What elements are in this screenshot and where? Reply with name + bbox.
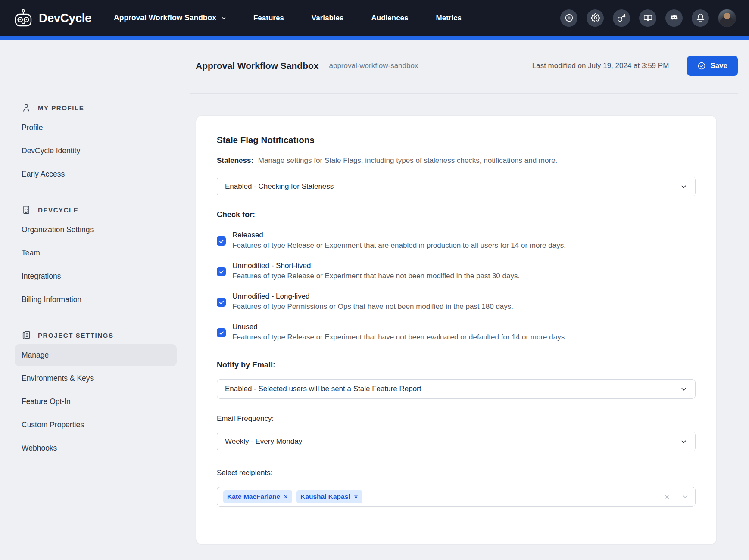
clear-recipients-button[interactable] [663,493,671,501]
sidebar-item-team[interactable]: Team [15,242,177,264]
notifications-icon [696,13,705,22]
sidebar-section-header: PROJECT SETTINGS [22,329,177,344]
check-text-block: UnusedFeatures of type Release or Experi… [232,323,567,342]
nav-link-audiences[interactable]: Audiences [371,14,409,22]
sidebar-item-profile[interactable]: Profile [15,117,177,139]
check-text-block: Unmodified - Short-livedFeatures of type… [232,261,520,280]
docs-button[interactable] [639,9,656,27]
check-description: Features of type Release or Experiment t… [232,241,566,250]
sidebar-section-label: PROJECT SETTINGS [38,332,114,339]
discord-button[interactable] [665,9,683,27]
devcycle-logo[interactable]: DevCycle [13,9,91,27]
check-icon [218,269,225,275]
chevron-down-icon [680,438,687,445]
check-text-block: ReleasedFeatures of type Release or Expe… [232,231,566,250]
topnav-icon-buttons [560,9,736,27]
sidebar-item-devcycle-identity[interactable]: DevCycle Identity [15,140,177,162]
staleness-select[interactable]: Enabled - Checking for Staleness [217,177,696,196]
brand-name: DevCycle [39,11,91,25]
staleness-select-value: Enabled - Checking for Staleness [225,182,680,191]
clipboard-icon [22,330,31,340]
check-label: Released [232,231,566,240]
checkbox-unmodified-long-lived[interactable] [217,298,226,307]
recipient-tag-list: Kate MacFarlaneKaushal Kapasi [223,490,362,503]
notify-by-email-label: Notify by Email: [217,361,696,370]
checkbox-unmodified-short-lived[interactable] [217,267,226,276]
save-button-label: Save [710,62,727,70]
chevron-down-icon [221,15,227,21]
save-button[interactable]: Save [687,56,738,76]
recipient-name: Kate MacFarlane [227,493,280,501]
accent-bar [0,36,749,40]
sidebar-item-environments-keys[interactable]: Environments & Keys [15,367,177,389]
sidebar-section-label: DEVCYCLE [38,206,78,214]
page-header: Approval Workflow Sandbox approval-workf… [190,40,738,94]
page-title: Approval Workflow Sandbox [196,61,318,71]
select-recipients-label: Select recipients: [217,469,696,477]
check-text-block: Unmodified - Long-livedFeatures of type … [232,292,513,311]
sidebar-item-billing-information[interactable]: Billing Information [15,289,177,311]
stale-flag-notifications-card: Stale Flag Notifications Staleness: Mana… [196,115,717,544]
chevron-down-icon [680,183,687,190]
check-circle-icon [697,62,706,70]
user-avatar[interactable] [718,9,736,27]
project-selector-label: Approval Workflow Sandbox [114,13,216,22]
staleness-check-list: ReleasedFeatures of type Release or Expe… [217,231,696,342]
checkbox-released[interactable] [217,236,226,246]
nav-link-metrics[interactable]: Metrics [436,14,462,22]
recipients-dropdown-toggle[interactable] [681,493,689,501]
recipient-tag-kaushal-kapasi: Kaushal Kapasi [296,490,362,503]
check-icon [218,330,225,336]
sidebar-item-custom-properties[interactable]: Custom Properties [15,414,177,436]
check-row-unmodified-short-lived: Unmodified - Short-livedFeatures of type… [217,261,696,280]
staleness-desc-text: Manage settings for Stale Flags, includi… [258,156,558,165]
nav-link-features[interactable]: Features [253,14,284,22]
check-description: Features of type Release or Experiment t… [232,272,520,280]
recipient-name: Kaushal Kapasi [300,493,350,501]
discord-icon [670,13,679,22]
staleness-label: Staleness: [217,156,253,165]
sidebar-item-integrations[interactable]: Integrations [15,265,177,287]
check-row-released: ReleasedFeatures of type Release or Expe… [217,231,696,250]
remove-recipient-button[interactable] [353,494,359,499]
robot-logo-icon [13,9,34,27]
topnav-links: FeaturesVariablesAudiencesMetrics [253,14,462,22]
last-modified-text: Last modified on July 19, 2024 at 3:59 P… [532,62,669,70]
notifications-button[interactable] [692,9,709,27]
email-frequency-label: Email Frequency: [217,414,696,423]
project-selector-dropdown[interactable]: Approval Workflow Sandbox [114,13,227,22]
check-label: Unused [232,323,567,331]
add-button[interactable] [560,9,577,27]
check-icon [218,299,225,305]
sidebar-item-feature-opt-in[interactable]: Feature Opt-In [15,391,177,413]
sidebar-section-header: DEVCYCLE [22,203,177,219]
recipients-multiselect[interactable]: Kate MacFarlaneKaushal Kapasi [217,487,696,507]
remove-recipient-button[interactable] [283,494,288,499]
sidebar-item-early-access[interactable]: Early Access [15,163,177,185]
staleness-description: Staleness: Manage settings for Stale Fla… [217,156,696,165]
settings-button[interactable] [587,9,604,27]
sidebar-item-webhooks[interactable]: Webhooks [15,437,177,459]
nav-link-variables[interactable]: Variables [312,14,344,22]
checkbox-unused[interactable] [217,328,226,337]
close-icon [353,494,359,499]
check-description: Features of type Release or Experiment t… [232,333,567,342]
multiselect-divider [676,491,676,502]
sidebar-section-header: MY PROFILE [22,101,177,117]
notify-by-email-select[interactable]: Enabled - Selected users will be sent a … [217,379,696,399]
sidebar-item-organization-settings[interactable]: Organization Settings [15,219,177,241]
sidebar-item-manage[interactable]: Manage [15,344,177,366]
building-icon [22,205,31,215]
card-title: Stale Flag Notifications [217,135,696,145]
email-frequency-select[interactable]: Weekly - Every Monday [217,432,696,451]
sidebar-section-label: MY PROFILE [38,104,84,112]
settings-icon [591,13,600,22]
key-button[interactable] [613,9,630,27]
check-description: Features of type Permissions or Ops that… [232,302,513,311]
check-label: Unmodified - Short-lived [232,261,520,270]
sidebar-section-project-settings: PROJECT SETTINGSManageEnvironments & Key… [22,329,177,459]
frequency-select-value: Weekly - Every Monday [225,437,680,446]
docs-icon [643,13,652,22]
check-row-unmodified-long-lived: Unmodified - Long-livedFeatures of type … [217,292,696,311]
settings-sidebar: MY PROFILEProfileDevCycle IdentityEarly … [0,40,190,560]
